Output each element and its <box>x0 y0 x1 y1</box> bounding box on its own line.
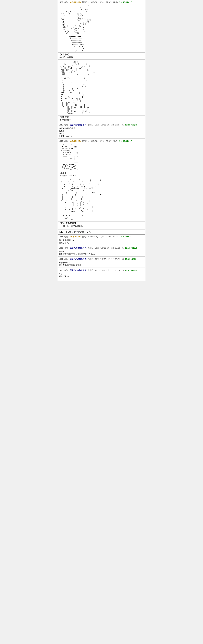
tbc-text: To Be Continued... <box>64 231 88 233</box>
tbc-arrow-left: ▷▶ <box>59 230 63 234</box>
post-id-1471: ID:RCubbQcT <box>119 236 132 238</box>
post-id-1454: ID:RCubbQcT <box>119 140 132 142</box>
post-date-1481: 2015/10/15(木) 22:08:19.85 <box>95 258 124 260</box>
post-text-1445: 地下都市的热门景点 悪魔島 地灵殿 星黼季(new！) <box>58 127 145 138</box>
speaker-text-1422: ……我去外面散步。 <box>59 56 144 58</box>
speaker-name-big-battle: 【蕾丝·海克梅迪亚】 <box>59 222 77 224</box>
post-num-1422: 1422 <box>58 1 63 4</box>
post-date-1488: 2015/10/15(木) 22:08:30.79 <box>95 269 124 272</box>
speaker-block-1454: 【黑西服】 调查部队，全灭了！ <box>58 171 145 177</box>
post-name-1454: ◆pOg2U5JM★ <box>70 140 81 142</box>
page-container: 1422 名前：◆pOg2U5JM★ 投稿日：2015/10/15(木) 22:… <box>57 0 146 280</box>
speaker-name-1422: 【木之本樱】 <box>59 54 70 56</box>
tbc-block: ▷▶ To Be Continued... ▷ <box>58 229 145 234</box>
post-name-1480: 隠蔽内の名無しさん <box>70 247 86 249</box>
aa-art-sibling: -/zzz- |∧ //|L ∧ //∧ ////>=======ＶI ||∧ … <box>58 60 145 114</box>
post-num-1488: 1488 <box>58 269 63 272</box>
post-header-1422: 1422 名前：◆pOg2U5JM★ 投稿日：2015/10/15(木) 22:… <box>58 1 145 4</box>
post-text-1481: 辛苦了wwwww 霍米克亚她们不能以常理度之 <box>58 261 145 267</box>
post-header-1480: 1480 名前：隠蔽内の名無しさん 投稿日：2015/10/15(木) 22:0… <box>58 246 145 250</box>
post-aa-sibling: -/zzz- |∧ //|L ∧ //∧ ////>=======ＶI ||∧ … <box>58 60 145 122</box>
divider-sibling <box>58 115 145 115</box>
post-header-1445: 1445 名前：隠蔽内の名無しさん 投稿日：2015/10/15(木) 22:0… <box>58 123 145 126</box>
post-text-1488: 辛苦～ 聪明即决定w <box>58 272 145 278</box>
post-id-1481: ID:SkLWM4L <box>125 258 136 260</box>
post-1480: 1480 名前：隠蔽内の名無しさん 投稿日：2015/10/15(木) 22:0… <box>58 246 145 256</box>
speaker-text-sibling: 下手轻点啊一。 <box>59 118 144 121</box>
post-header-1454: 1454 名前：◆pOg2U5JM★ 投稿日：2015/10/15(木) 22:… <box>58 140 145 143</box>
post-date-1422: 2015/10/15(木) 22:05:54.74 <box>89 1 118 4</box>
post-1471: 1471 名前：◆pOg2U5JM★ 投稿日：2015/10/15(木) 22:… <box>58 235 145 245</box>
post-name-1422: ◆pOg2U5JM★ <box>70 1 81 4</box>
speaker-block-sibling: 【顿之之束】 下手轻点啊一。 <box>58 116 145 122</box>
post-date-1454: 2015/10/15(木) 22:07:29.34 <box>89 140 118 142</box>
post-date-1471: 2015/10/15(木) 22:08:06.53 <box>89 236 118 238</box>
post-name-1481: 隠蔽内の名無しさん <box>70 258 86 260</box>
aa-art-1454: \,\ ‐|||（|| /) \\) |||||| {=‐ ‐=‐=,il ＼=… <box>58 143 145 170</box>
post-date-1480: 2015/10/15(木) 22:08:15.35 <box>95 247 124 249</box>
divider-big-battle <box>58 221 145 221</box>
post-1454: 1454 名前：◆pOg2U5JM★ 投稿日：2015/10/15(木) 22:… <box>58 140 145 178</box>
speaker-block-1422: 【木之本樱】 ……我去外面散步。 <box>58 53 145 59</box>
post-num-1454: 1454 <box>58 140 63 142</box>
speaker-name-sibling: 【顿之之束】 <box>59 116 70 118</box>
speaker-name-1454: 【黑西服】 <box>59 172 68 174</box>
post-1422: 1422 名前：◆pOg2U5JM★ 投稿日：2015/10/15(木) 22:… <box>58 1 145 60</box>
post-id-1480: ID:sPDCZ6iQ <box>125 247 137 249</box>
post-id-1488: ID:nt4BbSuB <box>125 269 137 272</box>
post-name-1488: 隠蔽内の名無しさん <box>70 269 86 272</box>
post-header-1488: 1488 名前：隠蔽内の名無しさん 投稿日：2015/10/15(木) 22:0… <box>58 269 145 272</box>
post-num-1480: 1480 <box>58 247 63 249</box>
post-id-1445: ID:5BOCNQRn <box>125 124 137 126</box>
post-text-1480: 辛苦了。 莫斯科旅馆都在主角团手里折了多少人了…… <box>58 250 145 256</box>
post-header-1481: 1481 名前：隠蔽内の名無しさん 投稿日：2015/10/15(木) 22:0… <box>58 258 145 261</box>
post-name-1471: ◆pOg2U5JM★ <box>70 236 81 238</box>
post-1445: 1445 名前：隠蔽内の名無しさん 投稿日：2015/10/15(木) 22:0… <box>58 123 145 138</box>
post-num-1471: 1471 <box>58 236 63 238</box>
divider-1422 <box>58 52 145 52</box>
post-name-1445: 隠蔽内の名無しさん <box>70 124 86 126</box>
post-date-1445: 2015/10/15(木) 22:07:04.86 <box>95 124 124 126</box>
post-num-1481: 1481 <box>58 258 63 260</box>
post-1488: 1488 名前：隠蔽内の名無しさん 投稿日：2015/10/15(木) 22:0… <box>58 269 145 279</box>
speaker-block-big-battle: 【蕾丝·海克梅迪亚】 ………啊，嗯。 那就先放着吧。 <box>58 222 145 228</box>
post-id-1422: ID:RCubbQcT <box>119 1 132 4</box>
post-1481: 1481 名前：隠蔽内の名無しさん 投稿日：2015/10/15(木) 22:0… <box>58 258 145 268</box>
aa-art-1422: ), ，ミ フ ,,,, /,く，ミ= Ｉ，Ｊ，Ｊ, ,,,,,,,,ﾐ 从／ … <box>58 4 145 52</box>
post-big-battle: { { | { | { { { | / | / | / | / | | / | … <box>58 179 145 228</box>
speaker-text-big-battle: ………啊，嗯。 那就先放着吧。 <box>59 224 144 227</box>
post-text-1471: 那么今天就至此为止。 大家辛苦了。 <box>58 239 145 244</box>
speaker-text-1454: 调查部队，全灭了！ <box>59 174 144 177</box>
tbc-arrow-right: ▷ <box>89 230 91 234</box>
aa-art-big-battle: { { | { | { { { | / | / | / | / | | / | … <box>58 179 145 221</box>
post-num-1445: 1445 <box>58 124 63 126</box>
post-header-1471: 1471 名前：◆pOg2U5JM★ 投稿日：2015/10/15(木) 22:… <box>58 235 145 238</box>
